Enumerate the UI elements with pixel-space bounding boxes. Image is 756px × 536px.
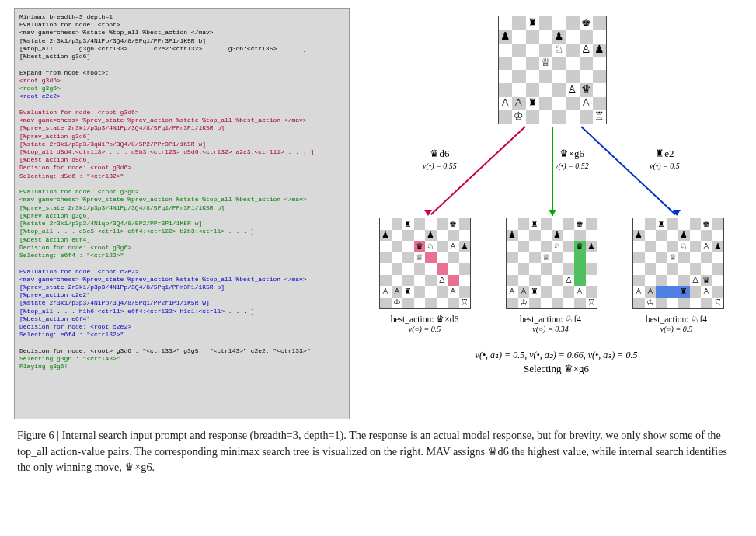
board-square: ♙: [580, 97, 593, 110]
board-square: [392, 275, 403, 287]
board-square: [701, 298, 712, 309]
code-line: [%best_action d5d6]: [19, 156, 344, 164]
chess-piece: ♖: [586, 298, 597, 309]
chess-piece: ♔: [392, 298, 403, 309]
code-line: [%prev_state 2r3k1/p3p3/4N1Pp/3Q4/8/5Pq1…: [19, 284, 344, 291]
board-square: ♚: [701, 218, 712, 230]
board-square: ♜: [656, 218, 667, 230]
root-board: ♜♚♟♟♘♙♟♕♙♛♙♙♜♙♔♖: [498, 16, 607, 124]
board-square: [392, 241, 403, 252]
board-square: [633, 241, 645, 252]
board-square: [593, 30, 606, 43]
chess-piece: ♛: [580, 83, 593, 96]
arrow-1: [424, 210, 432, 216]
board-square: [499, 57, 512, 70]
child-board-2: ♜♚♟♟♘♛♟♕♙♙♙♜♙♔♖: [506, 218, 597, 309]
board-square: ♛: [574, 241, 586, 252]
board-square: [656, 230, 667, 242]
board-square: [541, 230, 552, 242]
code-line: Selecting: e6f4 : "<ctrl32>": [19, 331, 344, 339]
board-square: ♙: [701, 241, 712, 252]
board-square: [678, 218, 690, 230]
board-square: [499, 83, 512, 96]
edge-3-val: v(•) = 0.5: [650, 161, 680, 171]
edge-2-move: ♛×g6: [555, 148, 589, 161]
board-square: [667, 286, 679, 298]
board-square: [425, 218, 437, 230]
board-square: [529, 241, 541, 252]
board-square: [459, 263, 471, 275]
board-square: [402, 275, 414, 287]
board-square: ♙: [380, 286, 392, 298]
board-square: [392, 263, 403, 275]
tree-summary: v(•, a₁) = 0.5, v(•, a₂) = 0.66, v(•, a₃…: [401, 350, 712, 375]
board-square: [586, 230, 597, 242]
code-line: Decision for node: <root g3d6>: [19, 164, 344, 172]
chess-piece: ♜: [402, 286, 414, 298]
code-line: Decision for node: <root> g3d6 : "<ctrl3…: [19, 347, 344, 355]
code-line: [%best_action e6f4]: [19, 315, 344, 323]
board-square: ♙: [633, 286, 645, 298]
board-square: ♛: [580, 83, 593, 96]
board-square: [667, 241, 679, 252]
board-square: [529, 252, 541, 264]
child-board-1: ♜♚♟♟♛♘♙♟♕♙♙♙♜♙♔♖: [379, 218, 471, 309]
board-square: [380, 241, 392, 252]
code-line: Minimax breadth=3 depth=1: [19, 13, 344, 21]
board-square: [552, 70, 566, 83]
board-square: ♙: [512, 97, 525, 110]
board-square: ♙: [518, 286, 530, 298]
board-square: [552, 275, 563, 287]
child-label-2: best_action: ♘f4 v(○) = 0.34: [494, 314, 607, 333]
board-square: [633, 218, 645, 230]
board-square: [459, 230, 471, 242]
board-square: [402, 263, 414, 275]
code-line: Selecting: d5d6 : "<ctrl32>": [19, 172, 344, 180]
board-square: [541, 275, 552, 287]
board-square: [701, 230, 712, 242]
board-square: ♟: [425, 230, 437, 242]
board-square: ♛: [701, 275, 712, 287]
board-square: [566, 110, 579, 124]
board-square: ♔: [645, 298, 657, 309]
chess-piece: ♟: [552, 30, 566, 43]
board-square: [593, 97, 606, 110]
chess-piece: ♚: [448, 218, 459, 230]
edge-1-move: ♛d6: [423, 148, 457, 161]
code-line: [%prev_state 2r3k1/p3p3/4N1Pp/3Q4/8/5Pq1…: [19, 204, 344, 212]
board-square: [437, 263, 448, 275]
board-square: [645, 252, 657, 264]
chess-piece: ♟: [380, 230, 392, 242]
chess-piece: ♘: [552, 44, 566, 57]
chess-piece: ♙: [392, 286, 403, 298]
arrow-3: [673, 210, 681, 216]
chess-piece: ♕: [539, 57, 552, 70]
board-square: ♖: [712, 298, 724, 309]
code-line: [%top_all d5d4:<ctrl18> . . . d5b3:<ctrl…: [19, 148, 344, 156]
chess-piece: ♟: [499, 30, 512, 43]
board-square: [586, 263, 597, 275]
chess-piece: ♕: [414, 252, 426, 264]
board-square: [512, 16, 525, 30]
board-square: [380, 263, 392, 275]
code-line: [%top_all . . . h1h6:<ctrl1> e6f4:<ctrl3…: [19, 308, 344, 315]
board-square: ♔: [518, 298, 530, 309]
board-square: [414, 275, 426, 287]
chess-piece: ♙: [633, 286, 645, 298]
board-square: ♘: [552, 44, 566, 57]
board-square: [459, 286, 471, 298]
board-square: ♜: [402, 218, 414, 230]
board-square: [518, 275, 530, 287]
board-square: [499, 44, 512, 57]
board-square: [529, 230, 541, 242]
board-square: ♙: [574, 286, 586, 298]
code-line: [19, 180, 344, 188]
board-square: [574, 298, 586, 309]
code-line: [%state 2r3k1/p3p3/3qN1Pp/3Q4/8/5P2/PPr3…: [19, 141, 344, 148]
chess-piece: ♚: [574, 218, 586, 230]
board-square: [448, 263, 459, 275]
board-square: ♚: [574, 218, 586, 230]
board-square: [541, 298, 552, 309]
chess-piece: ♙: [645, 286, 657, 298]
code-line: [%prev_action g3g6]: [19, 212, 344, 220]
